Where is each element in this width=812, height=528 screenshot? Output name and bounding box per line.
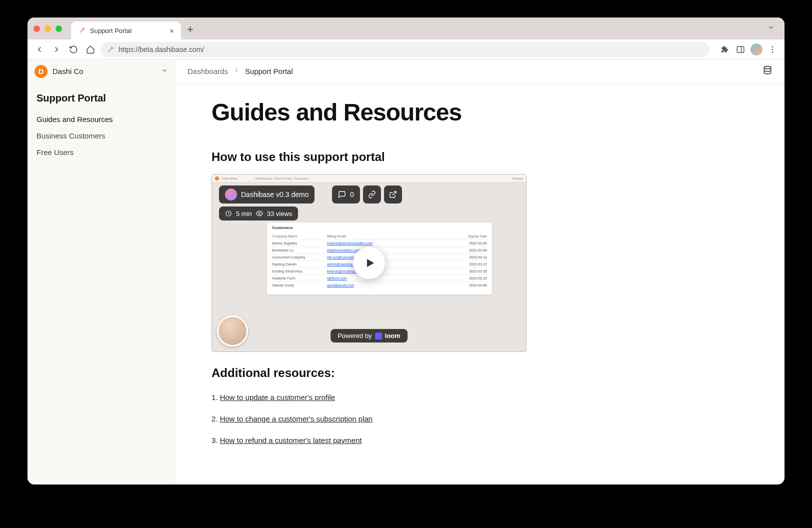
video-title-pill: Dashibase v0.3 demo [219,186,314,204]
svg-point-3 [772,48,774,50]
sidebar-item-guides[interactable]: Guides and Resources [32,111,171,128]
section-resources: Additional resources: [212,366,748,380]
link-icon [368,190,376,198]
resource-link-3[interactable]: How to refund a customer's latest paymen… [220,436,362,444]
breadcrumb-current: Support Portal [245,67,293,76]
loom-logo-icon [375,332,382,340]
extensions-icon[interactable] [718,42,732,56]
browser-tab[interactable]: Support Portal × [71,22,181,40]
resource-item: 1. How to update a customer's profile [212,393,748,402]
home-button[interactable] [84,42,98,56]
svg-point-5 [764,66,770,69]
video-views: 33 views [267,210,292,218]
powered-by-badge[interactable]: Powered by loom [330,329,408,342]
window-minimize-icon[interactable] [44,26,51,32]
browser-menu-icon[interactable] [766,42,780,56]
sidebar-item-free-users[interactable]: Free Users [32,144,171,160]
resource-link-1[interactable]: How to update a customer's profile [220,393,335,402]
svg-rect-0 [737,46,744,52]
svg-marker-9 [367,259,374,267]
video-embed[interactable]: Hello Alfred Dashboards › Admin Portal ›… [212,174,526,352]
breadcrumb-root[interactable]: Dashboards [188,67,228,76]
chevron-down-icon [161,67,168,76]
window-close-icon[interactable] [34,26,40,32]
play-button[interactable] [353,247,385,279]
eye-icon [256,210,263,217]
page-title: Guides and Resources [212,98,748,126]
clock-icon [225,210,232,217]
profile-avatar[interactable] [750,42,764,56]
external-link-icon [389,190,397,198]
video-open-external[interactable] [384,186,402,204]
resource-item: 2. How to change a customer's subscripti… [212,414,748,423]
forward-button[interactable] [50,42,64,56]
resource-link-2[interactable]: How to change a customer's subscription … [220,414,373,423]
svg-point-4 [772,51,774,52]
favicon-icon [78,26,86,34]
window-maximize-icon[interactable] [56,26,62,32]
org-name: Dashi Co [52,67,156,76]
url-text: https://beta.dashibase.com/ [118,46,204,54]
video-duration: 5 min [236,210,252,218]
address-bar[interactable]: https://beta.dashibase.com/ [100,42,710,57]
section-howto: How to use this support portal [212,150,748,164]
org-switcher[interactable]: D Dashi Co [28,60,175,84]
svg-point-2 [772,46,774,48]
new-tab-button[interactable]: + [187,24,194,35]
chevron-right-icon [233,67,240,76]
back-button[interactable] [32,42,46,56]
window-controls [34,26,62,32]
reload-button[interactable] [66,42,80,56]
tab-close-icon[interactable]: × [170,26,174,35]
video-copy-link[interactable] [363,186,381,204]
resource-item: 3. How to refund a customer's latest pay… [212,436,748,444]
sidebar-title: Support Portal [32,92,171,111]
side-panel-icon[interactable] [734,42,748,56]
browser-toolbar: https://beta.dashibase.com/ [28,40,784,60]
video-mock-header: Hello Alfred Dashboards › Admin Portal ›… [212,174,526,182]
site-info-icon[interactable] [106,46,114,54]
video-comments-pill[interactable]: 0 [332,186,360,204]
tab-title: Support Portal [90,27,132,34]
comment-icon [338,190,346,198]
database-icon[interactable] [762,66,772,77]
video-meta-pill: 5 min 33 views [219,206,298,220]
presenter-avatar-icon [225,188,237,200]
play-icon [364,257,376,269]
svg-point-8 [258,212,260,214]
org-avatar: D [34,65,48,78]
sidebar-item-business[interactable]: Business Customers [32,128,171,144]
tab-strip: Support Portal × + [28,18,784,40]
breadcrumb: Dashboards Support Portal [176,60,784,84]
sidebar: D Dashi Co Support Portal Guides and Res… [28,60,176,484]
tabs-dropdown-icon[interactable] [768,24,774,33]
presenter-bubble [217,316,248,346]
svg-line-6 [392,192,396,195]
video-comments-count: 0 [350,190,354,198]
content-area: Guides and Resources How to use this sup… [176,84,784,484]
video-title: Dashibase v0.3 demo [241,190,308,198]
